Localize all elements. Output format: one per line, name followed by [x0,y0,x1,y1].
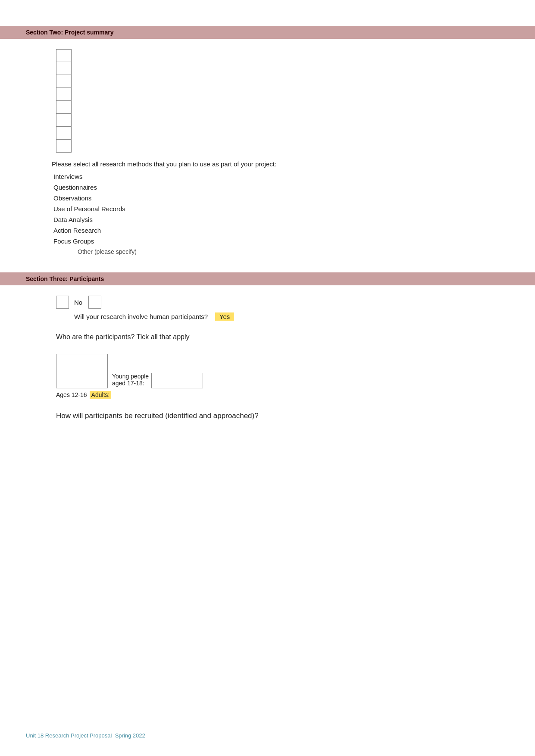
main-checkbox[interactable] [56,296,69,309]
aged-17-18-label: aged 17-18: [112,380,149,387]
aged-17-18-box[interactable] [151,373,203,388]
who-participants-label: Who are the participants? Tick all that … [52,333,492,341]
ages-label-row: Ages 12-16 Adults: [56,391,492,399]
footer-text: Unit 18 Research Project Proposal–Spring… [26,732,145,739]
box-row-6 [56,114,72,127]
stacked-box-decoration [56,49,72,153]
research-methods-label: Please select all research methods that … [52,160,492,168]
adults-label: Adults: [90,391,112,399]
ages-12-16-box[interactable] [56,354,108,388]
method-action-research[interactable]: Action Research [52,227,492,234]
participant-boxes-area: Young people aged 17-18: Ages 12-16 Adul… [52,354,492,399]
box-row-4 [56,88,72,101]
how-recruited-label: How will participants be recruited (iden… [52,412,492,420]
no-checkbox-row: No [52,296,492,309]
participants-question-row: Will your research involve human partici… [52,313,492,320]
method-focus-groups[interactable]: Focus Groups [52,237,492,245]
method-data-analysis[interactable]: Data Analysis [52,216,492,223]
box-row-1 [56,49,72,62]
no-checkbox[interactable] [88,296,101,309]
box-row-3 [56,75,72,88]
method-questionnaires[interactable]: Questionnaires [52,184,492,191]
method-personal-records[interactable]: Use of Personal Records [52,205,492,212]
ages-table: Young people aged 17-18: [56,354,492,388]
no-label: No [74,299,82,306]
section-two-header: Section Two: Project summary [0,26,535,39]
box-row-8 [56,140,72,153]
method-observations[interactable]: Observations [52,194,492,202]
box-row-2 [56,62,72,75]
method-interviews[interactable]: Interviews [52,173,492,180]
section-three-header: Section Three: Participants [0,272,535,285]
ages-12-16-text: Ages 12-16 [56,391,87,398]
methods-list: Interviews Questionnaires Observations U… [52,173,492,255]
method-other[interactable]: Other (please specify) [52,248,492,255]
box-row-5 [56,101,72,114]
yes-highlight: Yes [215,312,234,321]
box-row-7 [56,127,72,140]
young-people-label: Young people [112,373,149,380]
